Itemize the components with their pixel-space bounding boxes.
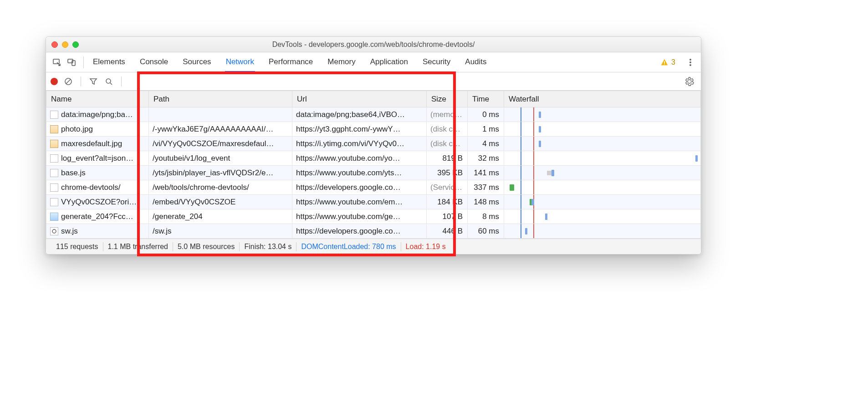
devtools-window: DevTools - developers.google.com/web/too… — [46, 36, 701, 254]
device-toggle-icon[interactable] — [65, 56, 78, 69]
col-url[interactable]: Url — [292, 91, 427, 107]
tab-performance[interactable]: Performance — [268, 53, 314, 72]
settings-icon[interactable] — [684, 76, 694, 87]
table-row[interactable]: VYyQv0CSZOE?ori…/embed/VYyQv0CSZOEhttps:… — [46, 195, 701, 209]
table-row[interactable]: photo.jpg/-ywwYkaJ6E7g/AAAAAAAAAAI/…http… — [46, 122, 701, 137]
request-time: 32 ms — [468, 151, 504, 166]
request-size: 184 KB — [427, 195, 468, 209]
waterfall-cell — [504, 180, 701, 195]
request-size: 819 B — [427, 151, 468, 166]
tab-application[interactable]: Application — [369, 53, 409, 72]
clear-icon[interactable] — [63, 76, 73, 87]
inspect-icon[interactable] — [51, 56, 63, 69]
svg-rect-0 — [53, 59, 59, 64]
request-size: (disk c… — [427, 137, 468, 151]
waterfall-cell — [504, 209, 701, 224]
col-name[interactable]: Name — [46, 91, 149, 107]
svg-point-10 — [106, 79, 111, 83]
tab-sources[interactable]: Sources — [182, 53, 212, 72]
table-row[interactable]: chrome-devtools//web/tools/chrome-devtoo… — [46, 180, 701, 195]
devtools-tabbar: ElementsConsoleSourcesNetworkPerformance… — [46, 52, 701, 72]
request-time: 337 ms — [468, 180, 504, 195]
tab-console[interactable]: Console — [139, 53, 169, 72]
status-transferred: 1.1 MB transferred — [103, 243, 173, 251]
minimize-window-button[interactable] — [62, 41, 68, 48]
request-name: chrome-devtools/ — [61, 183, 120, 192]
tab-elements[interactable]: Elements — [92, 53, 126, 72]
status-resources: 5.0 MB resources — [173, 243, 239, 251]
request-url: https://www.youtube.com/yts… — [292, 166, 427, 180]
tab-audits[interactable]: Audits — [464, 53, 487, 72]
col-size[interactable]: Size — [427, 91, 468, 107]
svg-rect-3 — [664, 61, 665, 63]
request-size: 395 KB — [427, 166, 468, 180]
request-name: maxresdefault.jpg — [61, 139, 122, 148]
request-path: /youtubei/v1/log_event — [149, 151, 292, 166]
table-row[interactable]: data:image/png;ba…data:image/png;base64,… — [46, 107, 701, 122]
request-time: 8 ms — [468, 209, 504, 224]
request-size: (Servic… — [427, 180, 468, 195]
status-load: Load: 1.19 s — [401, 243, 450, 251]
titlebar: DevTools - developers.google.com/web/too… — [46, 37, 701, 52]
request-name: generate_204?Fcc… — [61, 212, 133, 221]
tab-network[interactable]: Network — [225, 53, 255, 72]
waterfall-cell — [504, 107, 701, 122]
status-domcontentloaded: DOMContentLoaded: 780 ms — [296, 243, 400, 251]
request-time: 148 ms — [468, 195, 504, 209]
table-row[interactable]: maxresdefault.jpg/vi/VYyQv0CSZOE/maxresd… — [46, 137, 701, 151]
waterfall-cell — [504, 166, 701, 180]
filter-icon[interactable] — [88, 76, 98, 87]
request-size: 107 B — [427, 209, 468, 224]
table-row[interactable]: generate_204?Fcc…/generate_204https://ww… — [46, 209, 701, 224]
request-url: data:image/png;base64,iVBO… — [292, 107, 427, 122]
search-icon[interactable] — [104, 76, 114, 87]
request-url: https://i.ytimg.com/vi/VYyQv0… — [292, 137, 427, 151]
request-path: /sw.js — [149, 224, 292, 239]
table-row[interactable]: base.js/yts/jsbin/player_ias-vflVQDSr2/e… — [46, 166, 701, 180]
waterfall-cell — [504, 151, 701, 166]
waterfall-cell — [504, 122, 701, 137]
svg-line-9 — [66, 79, 71, 84]
table-row[interactable]: sw.js/sw.jshttps://developers.google.co…… — [46, 224, 701, 239]
svg-point-12 — [52, 229, 56, 233]
tab-security[interactable]: Security — [422, 53, 451, 72]
request-size: 446 B — [427, 224, 468, 239]
status-finish: Finish: 13.04 s — [240, 243, 296, 251]
request-path: /-ywwYkaJ6E7g/AAAAAAAAAAI/… — [149, 122, 292, 137]
window-controls — [51, 41, 79, 48]
svg-rect-4 — [664, 63, 665, 64]
request-time: 1 ms — [468, 122, 504, 137]
col-waterfall[interactable]: Waterfall — [504, 91, 701, 107]
col-time[interactable]: Time — [468, 91, 504, 107]
svg-point-5 — [689, 59, 691, 61]
request-name: VYyQv0CSZOE?ori… — [61, 198, 137, 207]
network-toolbar — [46, 72, 701, 91]
record-button[interactable] — [51, 78, 58, 85]
request-time: 141 ms — [468, 166, 504, 180]
request-size: (memo… — [427, 107, 468, 122]
request-time: 60 ms — [468, 224, 504, 239]
more-menu-icon[interactable] — [684, 58, 696, 67]
warnings-count: 3 — [671, 58, 675, 66]
zoom-window-button[interactable] — [72, 41, 79, 48]
request-url: https://www.youtube.com/yo… — [292, 151, 427, 166]
close-window-button[interactable] — [51, 41, 58, 48]
request-path — [149, 107, 292, 122]
network-table: Name Path Url Size Time Waterfall data:i… — [46, 91, 701, 239]
request-name: photo.jpg — [61, 125, 93, 134]
request-url: https://www.youtube.com/ge… — [292, 209, 427, 224]
status-requests: 115 requests — [51, 243, 103, 251]
table-row[interactable]: log_event?alt=json…/youtubei/v1/log_even… — [46, 151, 701, 166]
request-path: /vi/VYyQv0CSZOE/maxresdefaul… — [149, 137, 292, 151]
waterfall-cell — [504, 137, 701, 151]
svg-point-7 — [689, 64, 691, 66]
request-url: https://www.youtube.com/em… — [292, 195, 427, 209]
window-title: DevTools - developers.google.com/web/too… — [46, 41, 701, 49]
tab-memory[interactable]: Memory — [327, 53, 356, 72]
warnings-badge[interactable]: 3 — [660, 58, 675, 66]
request-time: 0 ms — [468, 107, 504, 122]
request-name: log_event?alt=json… — [61, 154, 133, 163]
col-path[interactable]: Path — [149, 91, 292, 107]
request-url: https://developers.google.co… — [292, 180, 427, 195]
request-url: https://yt3.ggpht.com/-ywwY… — [292, 122, 427, 137]
